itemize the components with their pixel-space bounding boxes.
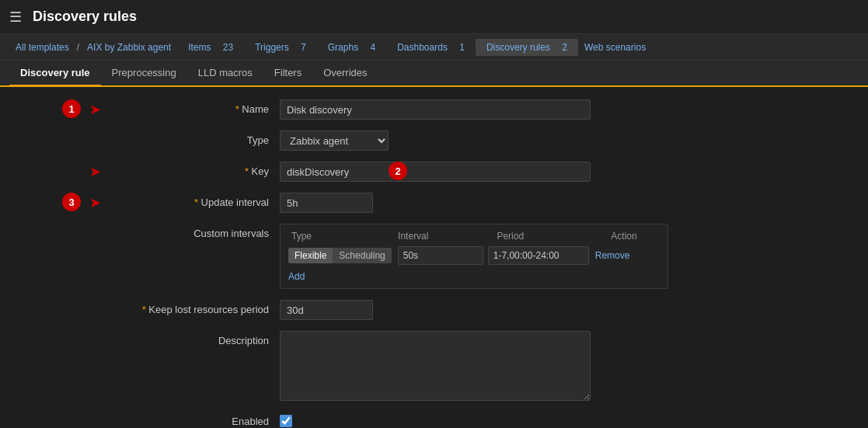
breadcrumb-triggers[interactable]: Triggers 7	[244, 42, 317, 53]
name-input[interactable]	[280, 99, 591, 120]
tab-preprocessing[interactable]: Preprocessing	[101, 61, 187, 87]
main-content: 1 ➤ Name Type Zabbix agent Zabbix agent …	[0, 87, 868, 428]
name-label: Name	[124, 99, 280, 115]
menu-icon[interactable]: ☰	[9, 9, 22, 26]
tabs-row: Discovery rule Preprocessing LLD macros …	[0, 61, 868, 87]
description-row: Description	[124, 331, 746, 401]
keep-lost-row: Keep lost resources period	[124, 300, 746, 320]
breadcrumb-aix-agent[interactable]: AIX by Zabbix agent	[81, 42, 177, 53]
custom-intervals-label: Custom intervals	[124, 224, 280, 239]
ci-add-link[interactable]: Add	[288, 271, 305, 282]
breadcrumb-graphs[interactable]: Graphs 4	[317, 42, 386, 53]
key-input[interactable]	[280, 162, 591, 182]
tab-filters[interactable]: Filters	[263, 61, 312, 87]
key-row: 2 ➤ Key	[124, 162, 746, 182]
app-title: Discovery rules	[33, 9, 137, 25]
breadcrumb-sep1: /	[75, 42, 81, 53]
arrow-2: ➤	[89, 163, 101, 180]
breadcrumb-items[interactable]: Items 23	[177, 42, 244, 53]
type-row: Type Zabbix agent Zabbix agent (active) …	[124, 130, 746, 151]
tab-lld-macros[interactable]: LLD macros	[187, 61, 263, 87]
update-interval-label: Update interval	[124, 193, 280, 208]
breadcrumb-discovery-rules-active: Discovery rules 2	[476, 39, 578, 56]
enabled-checkbox[interactable]	[280, 415, 292, 427]
custom-intervals-block: Type Interval Period Action Flexible Sch…	[280, 224, 668, 289]
enabled-row: Enabled	[124, 412, 746, 427]
enabled-label: Enabled	[124, 412, 280, 427]
tab-overrides[interactable]: Overrides	[312, 61, 378, 87]
update-interval-row: 3 ➤ Update interval	[124, 193, 746, 213]
keep-lost-input[interactable]	[280, 300, 373, 320]
btn-flexible[interactable]: Flexible	[288, 248, 333, 263]
enabled-check-wrap	[280, 412, 292, 427]
breadcrumb-dashboards[interactable]: Dashboards 1	[386, 42, 476, 53]
ci-col-period: Period	[497, 231, 603, 242]
keep-lost-label: Keep lost resources period	[124, 300, 280, 315]
arrow-1: ➤	[89, 101, 101, 118]
ci-row-1: Flexible Scheduling Remove	[288, 246, 660, 265]
description-input[interactable]	[280, 331, 591, 401]
custom-intervals-row: Custom intervals Type Interval Period Ac…	[124, 224, 746, 289]
ci-col-type: Type	[291, 231, 390, 242]
ci-add-row: Add	[288, 268, 660, 282]
tab-discovery-rule[interactable]: Discovery rule	[9, 61, 101, 87]
app-header: ☰ Discovery rules	[0, 0, 868, 34]
breadcrumb-web-scenarios[interactable]: Web scenarios	[578, 42, 652, 53]
breadcrumb-nav: All templates / AIX by Zabbix agent Item…	[0, 34, 868, 61]
ci-col-action: Action	[611, 231, 657, 242]
ci-interval-input[interactable]	[398, 246, 483, 265]
ci-remove-link[interactable]: Remove	[595, 250, 630, 261]
btn-scheduling[interactable]: Scheduling	[333, 248, 391, 263]
ci-header: Type Interval Period Action	[288, 231, 660, 242]
breadcrumb-all-templates[interactable]: All templates	[9, 42, 75, 53]
type-label: Type	[124, 130, 280, 146]
annotation-3: 3	[62, 193, 81, 211]
ci-period-input[interactable]	[488, 246, 589, 265]
type-select[interactable]: Zabbix agent Zabbix agent (active) Simpl…	[280, 130, 389, 151]
name-row: 1 ➤ Name	[124, 99, 746, 120]
arrow-3: ➤	[89, 194, 101, 211]
ci-col-interval: Interval	[398, 231, 489, 242]
description-label: Description	[124, 331, 280, 346]
annotation-2: 2	[389, 162, 407, 180]
update-interval-input[interactable]	[280, 193, 373, 213]
form-table: 1 ➤ Name Type Zabbix agent Zabbix agent …	[124, 99, 746, 428]
key-label: Key	[124, 162, 280, 177]
annotation-1: 1	[62, 99, 81, 118]
